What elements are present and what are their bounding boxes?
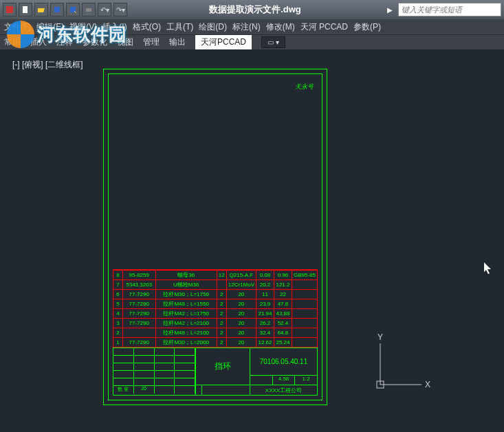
menu-insert[interactable]: 插入(I) [102, 21, 127, 33]
qty-value: 20 [134, 386, 155, 394]
menu-file[interactable]: 文件(F) [4, 21, 31, 33]
svg-rect-4 [86, 8, 91, 12]
part-name: 挡环 [196, 348, 250, 385]
titleblock-right: 70106.05.40.11 4.58 1:2 XXXX工程公司 [250, 348, 317, 395]
open-icon[interactable] [34, 3, 48, 16]
drawing-border: 天永号 895-8259螺母3612Q215-A.F0.080.96GB95-8… [108, 73, 322, 400]
company-name: XXXX工程公司 [250, 385, 317, 395]
sheet-value: 1:2 [295, 376, 317, 385]
menu-view[interactable]: 视图(V) [69, 21, 97, 33]
tab-insert[interactable]: 插入 [30, 36, 47, 48]
tab-pccad[interactable]: 天河PCCAD [195, 35, 252, 49]
part-number: 70106.05.40.11 [250, 348, 317, 376]
ucs-x-label: X [425, 380, 430, 389]
quick-access-toolbar: ↶▾ ↷▾ [3, 3, 127, 16]
viewport-label[interactable]: [-] [俯视] [二维线框] [12, 59, 83, 71]
title-bar: ↶▾ ↷▾ 数据提取演示文件.dwg ▶ [0, 0, 504, 19]
menu-bar: 文件(F) 编辑(E) 视图(V) 插入(I) 格式(O) 工具(T) 绘图(D… [0, 19, 504, 34]
svg-rect-1 [23, 6, 28, 13]
ucs-y-label: Y [377, 332, 383, 342]
scale-value: 4.58 [273, 376, 296, 385]
bom-table: 895-8259螺母3612Q215-A.F0.080.96GB95-85753… [113, 269, 318, 348]
title-block: 数 量20 挡环 70106.05.40.11 4.58 1:2 XXXX工程公… [113, 348, 318, 396]
bom-row: 377-7290拉杆M42；L=210022026.252.4 [113, 319, 318, 328]
menu-params[interactable]: 参数(P) [353, 21, 381, 33]
bom-row: 895-8259螺母3612Q215-A.F0.080.96GB95-85 [113, 271, 318, 280]
titleblock-revisions: 数 量20 [113, 348, 196, 395]
bom-row: 677-7290拉杆M30；L=17502201122 [113, 290, 318, 299]
menu-pccad[interactable]: 天河 PCCAD [300, 21, 348, 33]
drawing-frame: 天永号 895-8259螺母3612Q215-A.F0.080.96GB95-8… [103, 69, 327, 405]
tab-output[interactable]: 输出 [169, 36, 186, 48]
document-title: 数据提取演示文件.dwg [129, 3, 382, 16]
panel-dropdown-icon[interactable]: ▭ ▾ [261, 36, 285, 48]
menu-tools[interactable]: 工具(T) [166, 21, 193, 33]
menu-modify[interactable]: 修改(M) [266, 21, 295, 33]
plot-icon[interactable] [82, 3, 96, 16]
bom-row: 75343.3203U螺栓M3612Cr1MoV20.2121.2 [113, 280, 318, 290]
ribbon-tabs: 常用 插入 注释 参数化 视图 管理 输出 天河PCCAD ▭ ▾ [0, 34, 504, 49]
menu-dimension[interactable]: 标注(N) [232, 21, 261, 33]
tab-manage[interactable]: 管理 [143, 36, 160, 48]
info-arrow-icon: ▶ [387, 6, 393, 14]
app-menu-button[interactable] [3, 3, 17, 16]
saveas-icon[interactable] [66, 3, 80, 16]
undo-icon[interactable]: ↶▾ [98, 3, 111, 16]
bom-row: 177-7290拉杆M30；L=200022012.6225.24 [113, 338, 318, 348]
tab-view[interactable]: 视图 [117, 36, 133, 48]
menu-format[interactable]: 格式(O) [133, 21, 161, 33]
bom-row: 2拉杆M48；L=210022032.464.8 [113, 328, 318, 338]
ucs-icon: X Y [373, 333, 435, 398]
tab-home[interactable]: 常用 [4, 36, 21, 48]
new-icon[interactable] [19, 3, 32, 16]
tab-annotate[interactable]: 注释 [56, 36, 73, 48]
save-icon[interactable] [50, 3, 64, 16]
bom-row: 577-7290拉杆M48；L=155022023.947.8 [113, 299, 318, 309]
menu-edit[interactable]: 编辑(E) [36, 21, 64, 33]
titleblock-center: 挡环 [196, 348, 250, 395]
svg-rect-0 [6, 6, 13, 13]
mouse-cursor-icon [483, 262, 493, 277]
tab-parametric[interactable]: 参数化 [83, 36, 107, 48]
corner-mark: 天永号 [295, 82, 314, 91]
svg-rect-2 [54, 7, 60, 12]
drawing-canvas[interactable]: [-] [俯视] [二维线框] 天永号 895-8259螺母3612Q215-A… [0, 49, 504, 432]
bom-row: 477-7290拉杆M42；L=175022021.9443.88 [113, 309, 318, 319]
search-input[interactable] [398, 3, 501, 16]
menu-draw[interactable]: 绘图(D) [199, 21, 227, 33]
redo-icon[interactable]: ↷▾ [113, 3, 127, 16]
qty-label: 数 量 [113, 386, 134, 394]
